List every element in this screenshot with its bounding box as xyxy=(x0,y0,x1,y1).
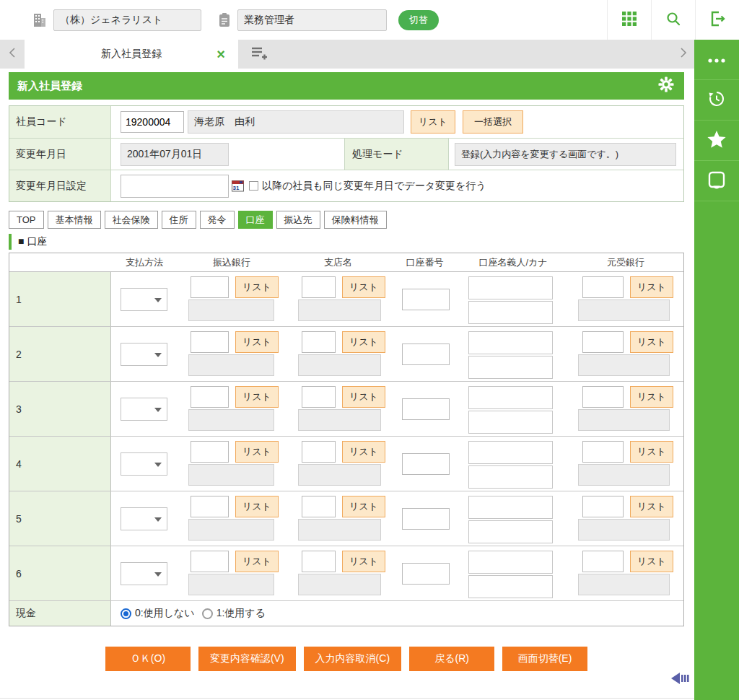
payment-method-select[interactable] xyxy=(121,507,167,530)
employee-list-button[interactable]: リスト xyxy=(411,110,455,134)
branch-list-button[interactable]: リスト xyxy=(342,441,385,463)
subtab-3[interactable]: 住所 xyxy=(162,211,196,229)
switch-button[interactable]: 切替 xyxy=(398,10,439,30)
cash-radio-option-0[interactable]: 0:使用しない xyxy=(121,607,195,620)
sidebar-more-button[interactable] xyxy=(694,40,739,80)
branch-code-input[interactable] xyxy=(302,331,336,353)
receiving-bank-list-button[interactable]: リスト xyxy=(630,386,673,408)
apps-grid-button[interactable] xyxy=(607,0,651,40)
search-button[interactable] xyxy=(651,0,695,40)
bank-list-button[interactable]: リスト xyxy=(235,276,279,298)
back-button[interactable]: 戻る(R) xyxy=(409,647,494,671)
bulk-select-button[interactable]: 一括選択 xyxy=(463,110,523,134)
receiving-bank-code-input[interactable] xyxy=(582,551,624,572)
company-field[interactable] xyxy=(53,9,201,31)
bank-list-button[interactable]: リスト xyxy=(235,496,279,517)
branch-code-input[interactable] xyxy=(302,496,336,517)
receiving-bank-code-input[interactable] xyxy=(582,496,624,517)
subtab-2[interactable]: 社会保険 xyxy=(105,211,158,229)
receiving-bank-list-button[interactable]: リスト xyxy=(630,276,673,298)
bank-list-button[interactable]: リスト xyxy=(235,331,279,353)
change-date-setting-input[interactable] xyxy=(121,175,229,198)
radio-unselected-icon[interactable] xyxy=(202,608,213,619)
subtab-0[interactable]: TOP xyxy=(9,211,44,229)
bank-code-input[interactable] xyxy=(191,441,229,463)
branch-code-input[interactable] xyxy=(302,276,336,298)
holder-name-input[interactable] xyxy=(468,386,553,409)
cancel-input-button[interactable]: 入力内容取消(C) xyxy=(304,647,401,671)
ok-button[interactable]: ＯＫ(O) xyxy=(105,647,191,671)
settings-button[interactable] xyxy=(658,76,684,95)
branch-code-input[interactable] xyxy=(302,551,336,572)
bank-code-input[interactable] xyxy=(191,276,229,298)
account-number-input[interactable] xyxy=(402,563,450,585)
subtab-1[interactable]: 基本情報 xyxy=(48,211,101,229)
branch-code-input[interactable] xyxy=(302,386,336,408)
payment-method-select[interactable] xyxy=(121,288,167,311)
receiving-bank-list-button[interactable]: リスト xyxy=(630,551,673,572)
holder-name-input[interactable] xyxy=(468,496,553,519)
branch-list-button[interactable]: リスト xyxy=(342,386,385,408)
receiving-bank-code-input[interactable] xyxy=(582,331,624,353)
payment-method-select[interactable] xyxy=(121,562,167,585)
receiving-bank-list-button[interactable]: リスト xyxy=(630,496,673,517)
holder-kana-input[interactable] xyxy=(468,411,553,434)
sidebar-favorite-button[interactable] xyxy=(694,121,739,161)
branch-list-button[interactable]: リスト xyxy=(342,276,385,298)
cash-radio-option-1[interactable]: 1:使用する xyxy=(202,607,266,620)
calendar-icon[interactable]: 31 xyxy=(232,180,244,192)
payment-method-select[interactable] xyxy=(121,452,167,476)
holder-kana-input[interactable] xyxy=(468,575,553,598)
bank-list-button[interactable]: リスト xyxy=(235,386,279,408)
branch-list-button[interactable]: リスト xyxy=(342,496,385,517)
payment-method-select[interactable] xyxy=(121,398,167,421)
bank-code-input[interactable] xyxy=(191,331,229,353)
sidebar-history-button[interactable] xyxy=(694,80,739,121)
holder-name-input[interactable] xyxy=(468,441,553,464)
subtab-6[interactable]: 振込先 xyxy=(276,211,320,229)
bank-code-input[interactable] xyxy=(191,496,229,517)
receiving-bank-code-input[interactable] xyxy=(582,276,624,298)
account-number-input[interactable] xyxy=(402,453,450,475)
subtab-5[interactable]: 口座 xyxy=(238,211,273,229)
receiving-bank-list-button[interactable]: リスト xyxy=(630,441,673,463)
employee-code-input[interactable] xyxy=(121,111,184,133)
subtab-4[interactable]: 発令 xyxy=(200,211,235,229)
receiving-bank-list-button[interactable]: リスト xyxy=(630,331,673,353)
bank-code-input[interactable] xyxy=(191,386,229,408)
confirm-changes-button[interactable]: 変更内容確認(V) xyxy=(198,647,296,671)
bank-list-button[interactable]: リスト xyxy=(235,441,279,463)
sidebar-memo-button[interactable] xyxy=(694,161,739,201)
account-number-input[interactable] xyxy=(402,289,450,310)
bank-list-button[interactable]: リスト xyxy=(235,551,279,572)
account-number-input[interactable] xyxy=(402,398,450,420)
bank-code-input[interactable] xyxy=(191,551,229,572)
holder-kana-input[interactable] xyxy=(468,356,553,379)
tab-active[interactable]: 新入社員登録 × xyxy=(25,40,238,69)
holder-kana-input[interactable] xyxy=(468,520,553,543)
receiving-bank-code-input[interactable] xyxy=(582,386,624,408)
holder-kana-input[interactable] xyxy=(468,301,553,324)
collapse-panel-button[interactable] xyxy=(671,671,691,688)
account-number-input[interactable] xyxy=(402,344,450,365)
tab-scroll-left-button[interactable] xyxy=(0,40,25,69)
holder-name-input[interactable] xyxy=(468,551,553,574)
tab-close-icon[interactable]: × xyxy=(217,47,225,61)
account-number-input[interactable] xyxy=(402,508,450,530)
radio-selected-icon[interactable] xyxy=(121,608,131,619)
tab-scroll-right-button[interactable] xyxy=(673,40,694,69)
holder-name-input[interactable] xyxy=(468,331,553,354)
new-tab-button[interactable] xyxy=(238,40,280,69)
payment-method-select[interactable] xyxy=(121,343,167,366)
logout-button[interactable] xyxy=(695,0,739,40)
holder-name-input[interactable] xyxy=(468,276,553,299)
branch-code-input[interactable] xyxy=(302,441,336,463)
switch-screen-button[interactable]: 画面切替(E) xyxy=(502,647,587,671)
receiving-bank-code-input[interactable] xyxy=(582,441,624,463)
holder-kana-input[interactable] xyxy=(468,465,553,489)
apply-following-checkbox[interactable] xyxy=(249,181,258,191)
subtab-7[interactable]: 保険料情報 xyxy=(324,211,387,229)
branch-list-button[interactable]: リスト xyxy=(342,331,385,353)
role-field[interactable] xyxy=(237,9,387,31)
branch-list-button[interactable]: リスト xyxy=(342,551,385,572)
